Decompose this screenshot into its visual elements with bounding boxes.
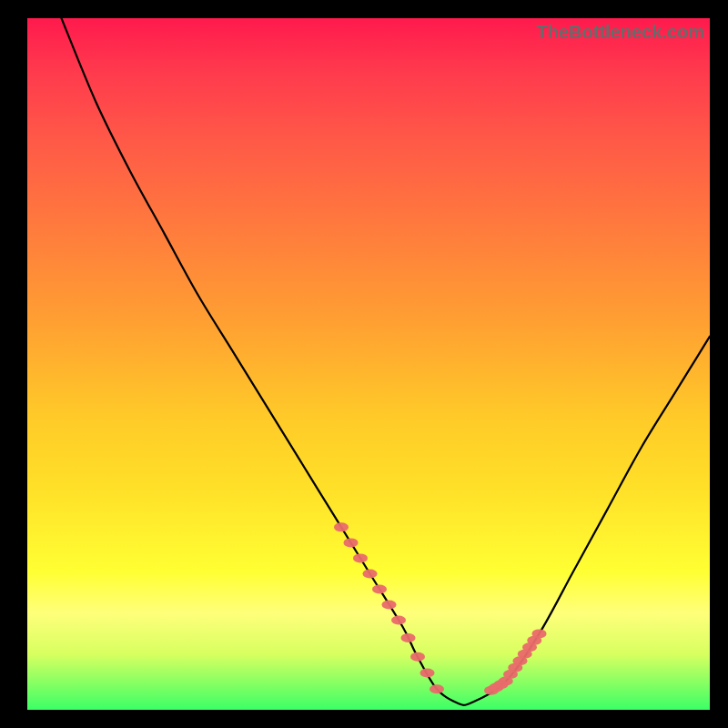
highlight-dots-left — [334, 522, 444, 693]
plot-area: TheBottleneck.com — [27, 18, 710, 710]
highlight-dot — [382, 600, 397, 609]
curve-layer — [27, 18, 710, 710]
highlight-dot — [391, 616, 406, 625]
highlight-dots-right — [484, 629, 547, 694]
highlight-dot — [363, 569, 378, 578]
highlight-dot — [401, 633, 416, 642]
highlight-dot — [410, 652, 425, 662]
highlight-dot — [344, 538, 359, 547]
highlight-dot — [353, 553, 368, 562]
highlight-dot — [420, 668, 435, 677]
highlight-dot — [430, 684, 444, 693]
highlight-dot — [372, 584, 387, 593]
chart-frame: TheBottleneck.com — [0, 0, 728, 728]
highlight-dot — [532, 629, 547, 638]
highlight-dot — [334, 522, 349, 531]
